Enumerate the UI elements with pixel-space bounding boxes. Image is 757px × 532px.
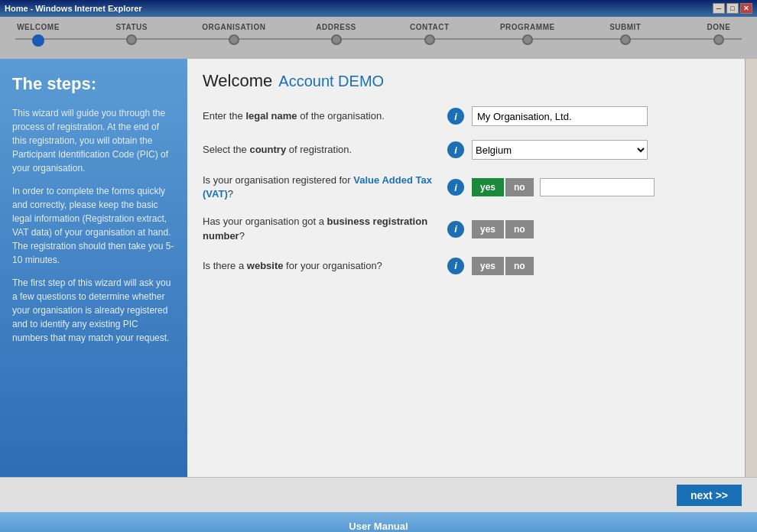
field-business-reg: Has your organisation got a business reg… xyxy=(203,215,729,242)
bottom-bar: next >> xyxy=(0,477,757,512)
step-navigation: WELCOME STATUS ORGANISATION ADDRESS CONT… xyxy=(0,17,757,59)
step-dot-status xyxy=(126,34,137,45)
step-dot-done xyxy=(713,34,724,45)
title-bar: Home - Windows Internet Explorer ─ □ ✕ xyxy=(0,0,757,17)
window-title: Home - Windows Internet Explorer xyxy=(5,4,713,13)
main-area: The steps: This wizard will guide you th… xyxy=(0,59,757,477)
vat-input-wrap: yes no xyxy=(472,178,729,196)
vat-info-icon[interactable]: i xyxy=(447,179,464,196)
step-status[interactable]: STATUS xyxy=(109,23,154,45)
website-yes-button[interactable]: yes xyxy=(472,257,504,275)
vat-no-button[interactable]: no xyxy=(505,178,534,196)
website-yn-group: yes no xyxy=(472,257,729,275)
step-dot-welcome xyxy=(32,34,44,47)
step-dot-organisation xyxy=(229,34,239,45)
account-demo-label: Account DEMO xyxy=(278,73,384,90)
step-dot-submit xyxy=(620,34,631,45)
business-reg-yes-button[interactable]: yes xyxy=(472,220,504,238)
business-reg-input-wrap: yes no xyxy=(472,220,729,238)
user-manual-link[interactable]: User Manual xyxy=(349,521,408,532)
business-reg-yn-group: yes no xyxy=(472,220,729,238)
sidebar-para-2: In order to complete the forms quickly a… xyxy=(12,184,175,267)
sidebar: The steps: This wizard will guide you th… xyxy=(0,59,187,477)
scrollbar[interactable] xyxy=(745,59,757,477)
step-submit[interactable]: SUBMIT xyxy=(603,23,648,45)
sidebar-para-1: This wizard will guide you through the p… xyxy=(12,106,175,175)
step-done[interactable]: DONE xyxy=(696,23,742,45)
minimize-button[interactable]: ─ xyxy=(713,3,725,14)
country-info-icon[interactable]: i xyxy=(447,141,464,158)
sidebar-title: The steps: xyxy=(12,74,175,94)
step-dot-address xyxy=(331,34,342,45)
step-programme[interactable]: PROGRAMME xyxy=(500,23,555,45)
content-title: Welcome Account DEMO xyxy=(203,71,729,91)
country-select[interactable]: Belgium France Germany Netherlands Spain… xyxy=(472,140,648,160)
website-info-icon[interactable]: i xyxy=(447,258,464,274)
content-area: Welcome Account DEMO Enter the legal nam… xyxy=(187,59,745,477)
step-dot-contact xyxy=(424,34,435,45)
window-controls: ─ □ ✕ xyxy=(713,3,752,14)
legal-name-label: Enter the legal name of the organisation… xyxy=(203,109,440,123)
country-input-wrap: Belgium France Germany Netherlands Spain… xyxy=(472,140,729,160)
step-welcome[interactable]: WELCOME xyxy=(15,23,61,47)
vat-label: Is your organisation registered for Valu… xyxy=(203,174,440,201)
step-contact[interactable]: CONTACT xyxy=(407,23,453,45)
step-dot-programme xyxy=(522,34,533,45)
vat-yn-group: yes no xyxy=(472,178,729,196)
welcome-label: Welcome xyxy=(203,71,272,91)
maximize-button[interactable]: □ xyxy=(726,3,739,14)
next-button[interactable]: next >> xyxy=(677,485,742,506)
sidebar-para-3: The first step of this wizard will ask y… xyxy=(12,276,175,345)
website-no-button[interactable]: no xyxy=(505,257,534,275)
website-input-wrap: yes no xyxy=(472,257,729,275)
business-reg-label: Has your organisation got a business reg… xyxy=(203,215,440,242)
legal-name-input-wrap xyxy=(472,106,729,126)
legal-name-input[interactable] xyxy=(472,106,648,126)
business-reg-no-button[interactable]: no xyxy=(505,220,534,238)
vat-yes-button[interactable]: yes xyxy=(472,178,504,196)
vat-number-input[interactable] xyxy=(540,178,655,196)
legal-name-info-icon[interactable]: i xyxy=(447,108,464,125)
steps-row: WELCOME STATUS ORGANISATION ADDRESS CONT… xyxy=(15,23,742,47)
field-website: Is there a website for your organisation… xyxy=(203,257,729,275)
field-legal-name: Enter the legal name of the organisation… xyxy=(203,106,729,126)
close-button[interactable]: ✕ xyxy=(740,3,752,14)
step-address[interactable]: ADDRESS xyxy=(314,23,359,45)
step-organisation[interactable]: ORGANISATION xyxy=(202,23,265,45)
country-label: Select the country of registration. xyxy=(203,143,440,157)
business-reg-info-icon[interactable]: i xyxy=(447,221,464,238)
field-country: Select the country of registration. i Be… xyxy=(203,140,729,160)
field-vat: Is your organisation registered for Valu… xyxy=(203,174,729,201)
website-label: Is there a website for your organisation… xyxy=(203,259,440,273)
footer: User Manual xyxy=(0,512,757,532)
